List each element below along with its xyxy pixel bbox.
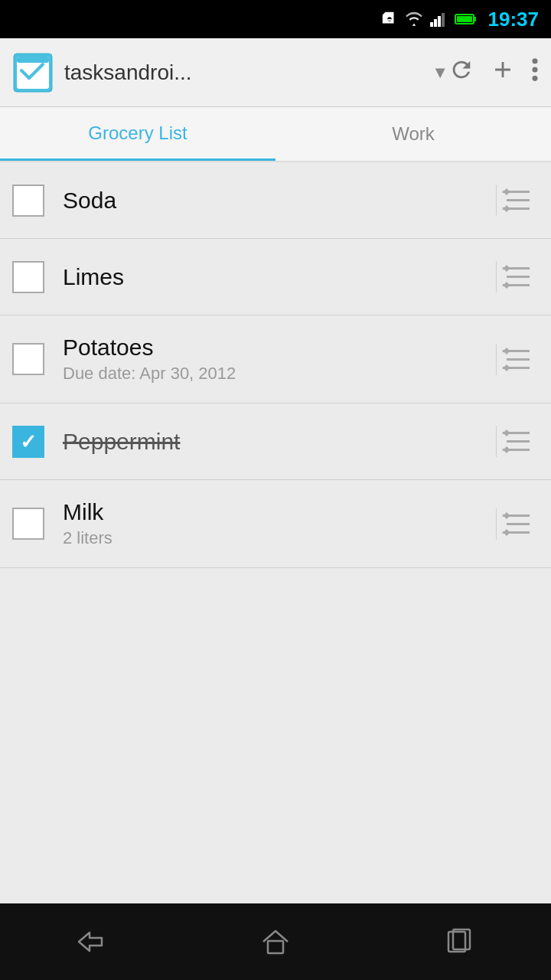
task-item-peppermint: ✓ Peppermint — [0, 403, 551, 480]
recent-button[interactable] — [429, 919, 490, 965]
svg-rect-1 — [430, 22, 433, 27]
tab-bar: Grocery List Work — [0, 107, 551, 162]
svg-point-14 — [532, 67, 537, 72]
status-icons: 19:37 — [381, 8, 540, 31]
back-icon — [73, 928, 111, 956]
refresh-button[interactable] — [448, 57, 474, 88]
drag-handle-soda[interactable] — [496, 185, 539, 216]
svg-rect-10 — [17, 57, 49, 63]
checkbox-potatoes[interactable] — [12, 343, 44, 375]
task-content-soda: Soda — [63, 188, 487, 214]
task-item-potatoes: Potatoes Due date: Apr 30, 2012 — [0, 315, 551, 403]
svg-rect-6 — [474, 17, 476, 21]
drag-handle-peppermint[interactable] — [496, 426, 539, 457]
refresh-icon — [448, 57, 474, 83]
svg-rect-2 — [434, 19, 437, 27]
svg-rect-7 — [457, 16, 472, 22]
task-name-limes: Limes — [63, 264, 487, 290]
battery-icon — [455, 11, 478, 28]
checkmark-peppermint: ✓ — [20, 432, 37, 452]
task-sub-milk: 2 liters — [63, 528, 487, 548]
svg-rect-3 — [438, 16, 441, 27]
svg-rect-4 — [442, 13, 445, 27]
svg-rect-16 — [268, 941, 283, 953]
task-content-limes: Limes — [63, 264, 487, 290]
status-bar: 19:37 — [0, 0, 551, 38]
tab-work-label: Work — [392, 123, 435, 145]
svg-rect-0 — [387, 19, 392, 21]
more-icon — [531, 57, 539, 83]
checkbox-soda[interactable] — [12, 185, 44, 217]
task-item-milk: Milk 2 liters — [0, 480, 551, 568]
svg-point-13 — [532, 58, 537, 64]
add-button[interactable] — [490, 57, 516, 88]
home-button[interactable] — [245, 919, 306, 965]
task-content-potatoes: Potatoes Due date: Apr 30, 2012 — [63, 335, 487, 384]
task-sub-potatoes: Due date: Apr 30, 2012 — [63, 364, 487, 384]
app-bar: tasksandroi... ▼ — [0, 38, 551, 107]
task-item-soda: Soda — [0, 162, 551, 239]
checkbox-milk[interactable] — [12, 508, 44, 540]
home-icon — [260, 928, 291, 956]
dropdown-arrow-icon[interactable]: ▼ — [432, 63, 448, 83]
wifi-icon — [404, 11, 424, 28]
task-content-peppermint: Peppermint — [63, 429, 487, 455]
tab-grocery-label: Grocery List — [88, 122, 187, 144]
sim-icon — [381, 11, 398, 28]
tab-work[interactable]: Work — [276, 107, 551, 161]
task-item-limes: Limes — [0, 239, 551, 315]
task-name-potatoes: Potatoes — [63, 335, 487, 361]
bottom-nav — [0, 903, 551, 980]
checkbox-limes[interactable] — [12, 261, 44, 293]
task-name-peppermint: Peppermint — [63, 429, 487, 455]
app-title: tasksandroi... — [64, 60, 439, 85]
add-icon — [490, 57, 516, 83]
task-name-milk: Milk — [63, 499, 487, 525]
svg-point-15 — [532, 76, 537, 81]
recent-icon — [444, 928, 474, 956]
app-bar-actions — [448, 57, 539, 88]
checkbox-peppermint[interactable]: ✓ — [12, 426, 44, 458]
drag-handle-milk[interactable] — [496, 508, 539, 540]
task-content-milk: Milk 2 liters — [63, 499, 487, 548]
task-name-soda: Soda — [63, 188, 487, 214]
tab-grocery-list[interactable]: Grocery List — [0, 107, 276, 161]
signal-icon — [430, 11, 448, 28]
app-logo-icon — [12, 52, 54, 93]
drag-handle-limes[interactable] — [496, 261, 539, 292]
status-time: 19:37 — [488, 8, 540, 31]
back-button[interactable] — [61, 919, 122, 965]
more-button[interactable] — [531, 57, 539, 88]
drag-handle-potatoes[interactable] — [496, 344, 539, 375]
task-list: Soda Limes Potatoes Due date: Apr 30, 20… — [0, 162, 551, 903]
